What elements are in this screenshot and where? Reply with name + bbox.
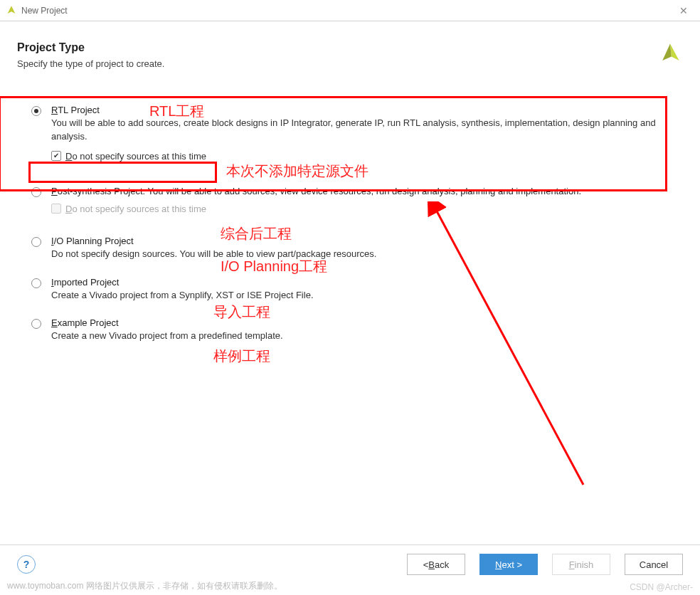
annot-example: 样例工程 [213, 347, 270, 366]
titlebar: New Project ✕ [0, 0, 700, 21]
finish-button: Finish [552, 554, 610, 575]
vivado-logo-icon [657, 41, 683, 67]
page-title: Project Type [17, 41, 657, 54]
checkbox-post-no-sources [51, 204, 61, 214]
option-io-desc: Do not specify design sources. You will … [51, 248, 683, 261]
option-example[interactable]: Example Project Create a new Vivado proj… [17, 313, 683, 343]
watermark-source: www.toymoban.com 网络图片仅供展示，非存储，如有侵权请联系删除。 [7, 580, 282, 592]
option-imported-desc: Create a Vivado project from a Synplify,… [51, 289, 683, 302]
watermark-csdn: CSDN @Archer- [630, 582, 693, 592]
checkbox-post-label: Do not specify sources at this time [65, 204, 206, 214]
cancel-button[interactable]: Cancel [625, 554, 683, 575]
option-imported[interactable]: Imported Project Create a Vivado project… [17, 273, 683, 302]
radio-rtl[interactable] [31, 106, 41, 116]
wizard-content: RTL Project You will be able to add sour… [0, 79, 700, 343]
help-button[interactable]: ? [17, 555, 36, 574]
rtl-checkbox-row[interactable]: Do not specify sources at this time [51, 151, 683, 162]
option-rtl-desc: You will be able to add sources, create … [51, 117, 683, 144]
post-checkbox-row: Do not specify sources at this time [51, 204, 683, 214]
app-icon [6, 5, 17, 16]
option-rtl[interactable]: RTL Project You will be able to add sour… [17, 100, 683, 166]
option-imported-title: Imported Project [51, 277, 683, 288]
next-button[interactable]: Next > [479, 554, 538, 575]
option-io-planning[interactable]: I/O Planning Project Do not specify desi… [17, 231, 683, 261]
close-icon[interactable]: ✕ [673, 5, 694, 16]
window-title: New Project [21, 6, 673, 16]
option-example-title: Example Project [51, 317, 683, 328]
page-subtitle: Specify the type of project to create. [17, 58, 657, 69]
radio-imported[interactable] [31, 278, 41, 288]
checkbox-no-sources[interactable] [51, 151, 61, 161]
radio-post-synthesis[interactable] [31, 187, 41, 197]
option-io-title: I/O Planning Project [51, 236, 683, 246]
back-button[interactable]: < Back [407, 554, 465, 575]
radio-example[interactable] [31, 319, 41, 329]
option-post-title: Post-synthesis Project: You will be able… [51, 186, 683, 196]
checkbox-no-sources-label: Do not specify sources at this time [65, 151, 206, 162]
radio-io-planning[interactable] [31, 237, 41, 247]
wizard-footer: ? < Back Next > Finish Cancel [0, 544, 700, 575]
option-rtl-title: RTL Project [51, 105, 683, 115]
option-example-desc: Create a new Vivado project from a prede… [51, 330, 683, 343]
option-post-synthesis[interactable]: Post-synthesis Project: You will be able… [17, 181, 683, 218]
wizard-header: Project Type Specify the type of project… [0, 21, 700, 79]
